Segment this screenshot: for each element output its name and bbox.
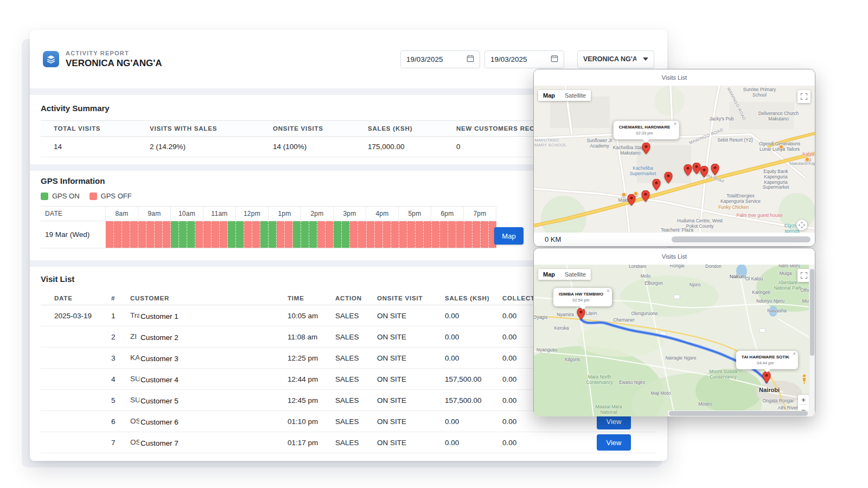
pegman-icon[interactable] — [801, 374, 807, 387]
visit-time: 11:08 am — [288, 333, 335, 341]
gps-off-segment — [277, 221, 285, 248]
poi-marker[interactable] — [622, 192, 627, 197]
gps-hour-header: 1pm — [269, 207, 301, 221]
date-to-input[interactable]: 19/03/2025 — [484, 50, 564, 68]
visit-customer: SUCustomer 4 — [130, 369, 288, 389]
map-pin[interactable] — [642, 190, 650, 204]
gps-on-segment — [228, 221, 236, 248]
visit-action: SALES — [335, 418, 377, 426]
gps-off-segment — [244, 221, 252, 248]
gps-date-column-header: DATE — [41, 207, 106, 221]
date-from-value: 19/03/2025 — [406, 55, 443, 63]
map-pin[interactable] — [577, 308, 585, 322]
visit-column-header: SALES (KSH) — [445, 295, 502, 301]
satellite-tab[interactable]: Satellite — [560, 90, 591, 101]
visit-onsite: ON SITE — [377, 375, 445, 383]
gps-on-legend: GPS ON — [41, 192, 80, 200]
horizontal-scrollbar[interactable] — [672, 236, 810, 242]
map2-background — [534, 265, 815, 416]
gps-off-segment — [317, 221, 326, 248]
close-icon[interactable]: × — [607, 288, 610, 294]
info-window-time: 02:33 pm — [619, 131, 671, 136]
summary-column-header: VISITS WITH SALES — [137, 121, 260, 136]
visits-map-popup-2: Visits List — [533, 248, 815, 416]
map-pin[interactable] — [642, 143, 650, 156]
visit-customer: ZICustomer 2 — [130, 326, 288, 347]
gps-off-swatch — [90, 192, 97, 200]
visit-number: 2 — [111, 333, 130, 341]
fullscreen-icon[interactable] — [797, 90, 810, 103]
page: ACTIVITY REPORT VERONICA NG'ANG'A 19/03/… — [0, 0, 868, 488]
map-pin[interactable] — [700, 166, 709, 179]
map-button[interactable]: Map — [494, 227, 524, 245]
map-pin[interactable] — [711, 164, 719, 177]
gps-hour-header: 8am — [106, 207, 138, 221]
map-pin[interactable] — [628, 194, 636, 208]
zoom-in-button[interactable]: + — [798, 395, 809, 404]
visit-action: SALES — [335, 312, 377, 320]
user-dropdown[interactable]: VERONICA NG'ANG'A — [577, 50, 654, 68]
gps-on-segment — [269, 221, 277, 248]
map1-info-window[interactable]: × CHEMAREL HARDWARE 02:33 pm — [614, 121, 679, 139]
header-controls: 19/03/2025 19/03/2025 VERONICA NG'ANG'A — [400, 50, 654, 68]
map1-canvas[interactable]: × CHEMAREL HARDWARE 02:33 pm Map Satelli… — [534, 86, 815, 233]
map-pin[interactable] — [653, 179, 661, 192]
distance-value: 0 KM — [545, 235, 561, 243]
gps-off-segment — [252, 221, 260, 248]
date-from-input[interactable]: 19/03/2025 — [400, 50, 480, 68]
pan-icon[interactable] — [796, 220, 807, 230]
map2-info-window-1[interactable]: × ISIMBA HW TEMBWO 02:54 pm — [553, 288, 612, 306]
gps-off-segment — [130, 221, 138, 248]
map2-info-window-2[interactable]: × TAI HARDWARE SOTIK 04:44 pm — [736, 351, 798, 369]
visit-action: SALES — [335, 396, 377, 404]
visits-map-popup-1: Visits List — [533, 69, 815, 247]
visit-sales: 157,500.00 — [445, 396, 502, 404]
visit-number: 7 — [111, 439, 130, 447]
map-tab[interactable]: Map — [538, 269, 560, 280]
poi-marker[interactable] — [634, 191, 639, 196]
scrollbar-corner — [809, 410, 815, 416]
poi-marker[interactable] — [779, 145, 784, 150]
summary-value: 14 — [41, 137, 137, 157]
gps-off-segment — [220, 221, 228, 248]
visit-customer: OS'Customer 7 — [130, 432, 288, 453]
visit-time: 01:10 pm — [288, 418, 335, 426]
visit-number: 3 — [111, 354, 130, 362]
visit-customer: SUCustomer 5 — [130, 390, 288, 410]
visit-time: 12:25 pm — [288, 354, 335, 362]
gps-off-segment — [416, 221, 424, 248]
customer-label: Customer 3 — [139, 355, 181, 364]
vertical-scrollbar-thumb[interactable] — [810, 269, 814, 356]
gps-header-row: DATE8am9am10am11am12pm1pm2pm3pm4pm5pm6pm… — [41, 206, 496, 221]
gps-on-segment — [301, 221, 309, 248]
visit-number: 4 — [111, 375, 130, 383]
visit-onsite: ON SITE — [377, 354, 445, 362]
gps-off-segment — [358, 221, 366, 248]
poi-marker[interactable] — [805, 157, 810, 162]
gps-off-segment — [399, 221, 407, 248]
map2-canvas[interactable]: × ISIMBA HW TEMBWO 02:54 pm × TAI HARDWA… — [534, 265, 815, 416]
gps-off-segment — [448, 221, 456, 248]
horizontal-scrollbar-thumb[interactable] — [669, 411, 808, 416]
map-pin[interactable] — [665, 172, 673, 185]
table-row: 7OS'Customer 701:17 pmSALESON SITE0.000.… — [41, 432, 656, 453]
visit-number: 5 — [111, 396, 130, 404]
visit-column-header: # — [111, 295, 130, 301]
gps-off-label: GPS OFF — [101, 192, 132, 200]
map-type-control: Map Satellite — [538, 269, 591, 280]
vertical-scrollbar[interactable] — [809, 265, 815, 416]
gps-timeline — [106, 221, 496, 248]
horizontal-scrollbar[interactable] — [668, 410, 809, 416]
map-pin[interactable] — [763, 371, 771, 385]
map-pin[interactable] — [684, 164, 692, 178]
map-pin[interactable] — [693, 163, 701, 176]
visit-number: 6 — [111, 418, 130, 426]
map-tab[interactable]: Map — [538, 90, 560, 101]
close-icon[interactable]: × — [793, 351, 796, 357]
satellite-tab[interactable]: Satellite — [560, 269, 591, 280]
info-window-title: TAI HARDWARE SOTIK — [742, 355, 789, 359]
gps-off-segment — [138, 221, 146, 248]
close-icon[interactable]: × — [673, 121, 676, 127]
view-button[interactable]: View — [597, 434, 631, 451]
gps-off-segment — [285, 221, 293, 248]
